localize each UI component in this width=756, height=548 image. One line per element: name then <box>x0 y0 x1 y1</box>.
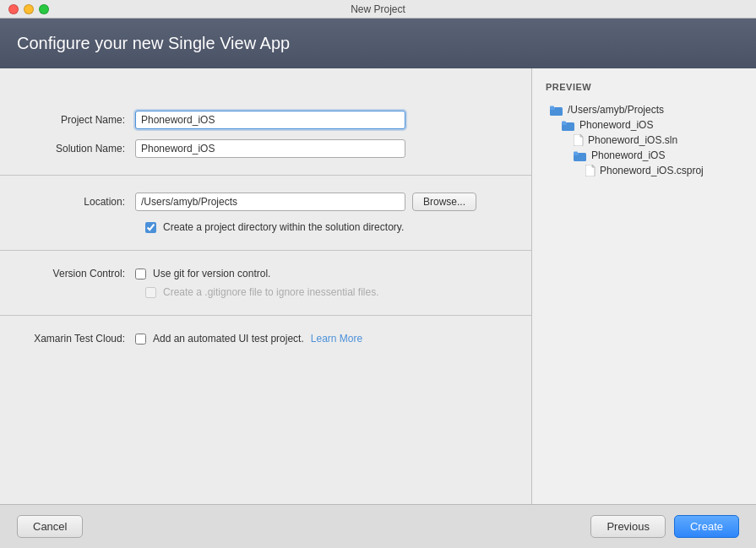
location-section: Location: Browse... Create a project dir… <box>0 176 531 251</box>
right-buttons: Previous Create <box>590 515 739 538</box>
create-directory-checkbox[interactable] <box>145 222 156 233</box>
svg-rect-5 <box>562 121 566 123</box>
git-label: Use git for version control. <box>153 268 270 279</box>
tree-item: Phoneword_iOS <box>546 148 742 163</box>
maximize-button[interactable] <box>39 4 49 14</box>
main-window: Configure your new Single View App Proje… <box>0 19 756 548</box>
version-control-label: Version Control: <box>34 268 135 279</box>
tree-item-label: /Users/amyb/Projects <box>568 104 664 116</box>
cancel-button[interactable]: Cancel <box>17 515 83 538</box>
window-controls <box>8 4 49 14</box>
title-bar: New Project <box>0 0 756 19</box>
file-tree: /Users/amyb/Projects Phoneword_iOS Phone… <box>546 102 742 178</box>
gitignore-row: Create a .gitignore file to ignore iness… <box>145 286 498 298</box>
tree-item-label: Phoneword_iOS <box>579 119 653 131</box>
tree-item: Phoneword_iOS <box>546 117 742 133</box>
location-input-group: Browse... <box>135 193 476 211</box>
close-button[interactable] <box>8 4 19 14</box>
solution-name-input[interactable] <box>135 139 405 158</box>
svg-rect-8 <box>574 151 578 154</box>
git-checkbox[interactable] <box>135 269 146 279</box>
gitignore-label: Create a .gitignore file to ignore iness… <box>163 286 378 298</box>
version-control-section: Version Control: Use git for version con… <box>0 251 531 316</box>
tree-item-label: Phoneword_iOS <box>591 149 665 161</box>
tree-item-label: Phoneword_iOS.csproj <box>600 165 704 176</box>
names-section: Project Name: Solution Name: <box>0 94 531 176</box>
learn-more-link[interactable]: Learn More <box>311 333 362 345</box>
svg-rect-2 <box>550 106 554 108</box>
test-cloud-section: Xamarin Test Cloud: Add an automated UI … <box>0 316 531 361</box>
browse-button[interactable]: Browse... <box>412 193 476 211</box>
git-row: Use git for version control. <box>135 268 270 279</box>
create-directory-row: Create a project directory within the so… <box>145 221 498 233</box>
previous-button[interactable]: Previous <box>590 515 666 538</box>
solution-name-label: Solution Name: <box>34 143 135 155</box>
project-name-input[interactable] <box>135 111 405 129</box>
file-icon <box>585 165 596 176</box>
test-cloud-checkbox[interactable] <box>135 334 146 345</box>
tree-item: /Users/amyb/Projects <box>546 102 742 117</box>
solution-name-row: Solution Name: <box>34 139 498 158</box>
form-panel: Project Name: Solution Name: Location: B… <box>0 68 532 504</box>
minimize-button[interactable] <box>24 4 34 14</box>
test-text: Add an automated UI test project. <box>153 333 304 345</box>
gitignore-checkbox <box>145 287 156 298</box>
tree-item: Phoneword_iOS.sln <box>546 133 742 148</box>
folder-icon <box>562 120 575 131</box>
test-content: Add an automated UI test project. Learn … <box>135 333 362 345</box>
vc-row: Version Control: Use git for version con… <box>34 268 498 279</box>
create-button[interactable]: Create <box>674 515 739 538</box>
content-area: Project Name: Solution Name: Location: B… <box>0 68 756 504</box>
folder-icon <box>574 150 587 161</box>
bottom-bar: Cancel Previous Create <box>0 504 756 548</box>
create-directory-label: Create a project directory within the so… <box>163 221 404 233</box>
page-title: Configure your new Single View App <box>17 34 290 52</box>
file-icon <box>574 134 584 146</box>
tree-item: Phoneword_iOS.csproj <box>546 163 742 178</box>
folder-icon <box>550 105 563 116</box>
project-name-row: Project Name: <box>34 111 498 129</box>
location-row: Location: Browse... <box>34 193 498 211</box>
header: Configure your new Single View App <box>0 19 756 68</box>
preview-title: PREVIEW <box>546 82 742 92</box>
test-cloud-label: Xamarin Test Cloud: <box>34 333 135 345</box>
project-name-label: Project Name: <box>34 114 135 126</box>
location-input[interactable] <box>135 193 405 211</box>
location-label: Location: <box>34 196 135 208</box>
preview-panel: PREVIEW /Users/amyb/Projects Phoneword_i… <box>532 68 756 504</box>
window-title: New Project <box>351 3 405 15</box>
tree-item-label: Phoneword_iOS.sln <box>588 134 677 146</box>
test-row: Xamarin Test Cloud: Add an automated UI … <box>34 333 498 345</box>
